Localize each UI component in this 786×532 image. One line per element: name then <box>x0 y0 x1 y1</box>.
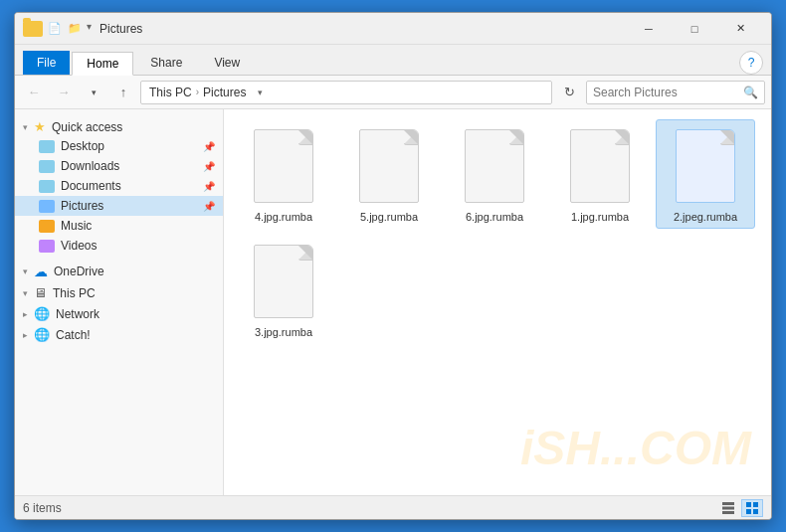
sidebar-item-videos[interactable]: Videos <box>15 236 223 256</box>
file-page-2 <box>465 129 524 203</box>
address-path[interactable]: This PC › Pictures ▾ <box>140 81 552 104</box>
sidebar-item-label-documents: Documents <box>61 179 121 193</box>
pictures-folder-icon <box>39 200 55 213</box>
minimize-button[interactable]: ─ <box>626 13 672 45</box>
view-toggle <box>717 499 763 517</box>
sidebar-item-catch[interactable]: ▸ 🌐 Catch! <box>15 323 223 344</box>
pin-icon-downloads: 📌 <box>203 161 215 172</box>
file-item-5[interactable]: 3.jpg.rumba <box>234 235 333 344</box>
tab-home[interactable]: Home <box>72 52 133 76</box>
file-icon-3 <box>566 126 634 206</box>
onedrive-icon: ☁ <box>34 264 48 279</box>
sidebar-item-documents[interactable]: Documents 📌 <box>15 176 223 196</box>
file-item-0[interactable]: 4.jpg.rumba <box>234 119 333 229</box>
search-icon[interactable]: 🔍 <box>743 86 758 99</box>
maximize-button[interactable]: □ <box>672 13 717 45</box>
search-input[interactable] <box>593 86 743 99</box>
file-page-4 <box>676 129 735 203</box>
svg-rect-2 <box>722 511 734 514</box>
close-button[interactable]: ✕ <box>717 13 763 45</box>
tab-view[interactable]: View <box>199 51 255 75</box>
pin-icon-desktop: 📌 <box>203 141 215 152</box>
network-arrow: ▸ <box>23 309 28 319</box>
sidebar: ▾ ★ Quick access Desktop 📌 Downloads 📌 D… <box>15 109 224 495</box>
network-icon: 🌐 <box>34 306 50 321</box>
file-item-2[interactable]: 6.jpg.rumba <box>445 119 544 229</box>
onedrive-label: OneDrive <box>54 265 104 278</box>
file-item-1[interactable]: 5.jpg.rumba <box>339 119 439 229</box>
sidebar-group-quick-access[interactable]: ▾ ★ Quick access <box>15 115 223 136</box>
collapse-arrow: ▾ <box>23 122 28 132</box>
up-button[interactable]: ↑ <box>110 80 136 105</box>
files-grid: 4.jpg.rumba 5.jpg.rumba 6.jpg.rumba <box>234 119 761 345</box>
path-dropdown-arrow[interactable]: ▾ <box>250 83 270 102</box>
path-segment-pictures[interactable]: Pictures <box>203 86 246 99</box>
sidebar-item-label-videos: Videos <box>61 239 97 253</box>
sidebar-item-onedrive[interactable]: ▾ ☁ OneDrive <box>15 260 223 281</box>
file-item-3[interactable]: 1.jpg.rumba <box>550 119 650 229</box>
sidebar-item-music[interactable]: Music <box>15 216 223 236</box>
help-button[interactable]: ? <box>739 51 763 75</box>
sidebar-item-label-desktop: Desktop <box>61 139 104 153</box>
sidebar-item-desktop[interactable]: Desktop 📌 <box>15 136 223 156</box>
main-content: ▾ ★ Quick access Desktop 📌 Downloads 📌 D… <box>15 109 771 495</box>
view-btn-list[interactable] <box>717 499 739 517</box>
file-explorer-window: 📄 📁 ▾ Pictures ─ □ ✕ File Home Share Vie… <box>14 12 772 520</box>
music-folder-icon <box>39 220 55 233</box>
pin-icon-documents: 📌 <box>203 181 215 192</box>
title-icon-1: 📄 <box>47 21 63 37</box>
file-page-0 <box>254 129 313 203</box>
quick-access-star-icon: ★ <box>34 119 46 134</box>
title-bar-icons: 📄 📁 ▾ <box>23 21 92 37</box>
watermark: iSH...COM <box>520 421 751 475</box>
path-segment-thispc[interactable]: This PC <box>149 86 192 99</box>
title-icon-2: 📁 <box>67 21 83 37</box>
back-button[interactable]: ← <box>21 80 47 105</box>
status-bar: 6 items <box>15 495 771 519</box>
network-label: Network <box>56 307 99 321</box>
status-item-count: 6 items <box>23 501 62 515</box>
file-page-3 <box>570 129 630 203</box>
title-dropdown-arrow[interactable]: ▾ <box>87 21 92 37</box>
videos-folder-icon <box>39 240 55 253</box>
file-page-1 <box>359 129 419 203</box>
folder-title-icon <box>23 21 43 37</box>
onedrive-arrow: ▾ <box>23 266 28 276</box>
sidebar-item-label-music: Music <box>61 219 92 233</box>
desktop-folder-icon <box>39 140 55 153</box>
file-page-5 <box>254 245 313 318</box>
file-icon-1 <box>355 126 423 206</box>
path-arrow-1: › <box>196 87 199 97</box>
svg-rect-0 <box>722 502 734 505</box>
refresh-button[interactable]: ↻ <box>556 80 582 105</box>
forward-button[interactable]: → <box>51 80 77 105</box>
sidebar-item-network[interactable]: ▸ 🌐 Network <box>15 302 223 323</box>
sidebar-item-thispc[interactable]: ▾ 🖥 This PC <box>15 281 223 302</box>
sidebar-item-pictures[interactable]: Pictures 📌 <box>15 196 223 216</box>
thispc-icon: 🖥 <box>34 285 47 300</box>
search-box[interactable]: 🔍 <box>586 81 765 104</box>
view-btn-large-icons[interactable] <box>741 499 763 517</box>
dropdown-recent-button[interactable]: ▾ <box>81 80 106 105</box>
file-name-3: 1.jpg.rumba <box>571 210 629 224</box>
file-icon-0 <box>250 126 317 206</box>
tab-file[interactable]: File <box>23 51 70 75</box>
documents-folder-icon <box>39 180 55 193</box>
sidebar-item-downloads[interactable]: Downloads 📌 <box>15 156 223 176</box>
svg-rect-1 <box>722 506 734 509</box>
file-icon-4 <box>672 126 739 206</box>
window-controls: ─ □ ✕ <box>626 13 763 45</box>
file-name-2: 6.jpg.rumba <box>466 210 523 224</box>
file-item-4[interactable]: 2.jpeg.rumba <box>656 119 755 229</box>
file-icon-5 <box>250 242 317 321</box>
file-name-0: 4.jpg.rumba <box>255 210 312 224</box>
svg-rect-5 <box>746 509 751 514</box>
window-title: Pictures <box>99 22 626 36</box>
thispc-arrow: ▾ <box>23 288 28 298</box>
ribbon: File Home Share View ? <box>15 45 771 76</box>
catch-arrow: ▸ <box>23 330 28 340</box>
downloads-folder-icon <box>39 160 55 173</box>
catch-icon: 🌐 <box>34 327 50 342</box>
ribbon-tabs: File Home Share View ? <box>15 45 771 75</box>
tab-share[interactable]: Share <box>135 51 197 75</box>
